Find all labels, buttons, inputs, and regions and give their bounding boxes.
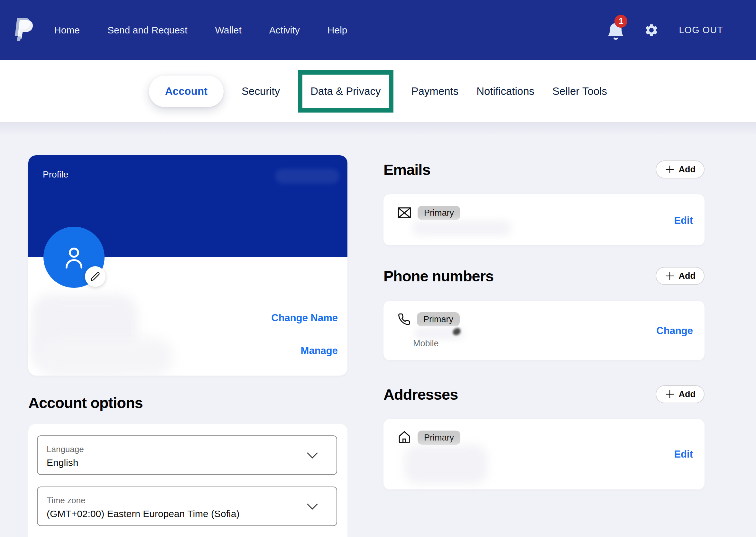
language-value: English bbox=[47, 457, 336, 468]
tab-data-privacy-highlight-box[interactable]: Data & Privacy bbox=[298, 70, 393, 112]
phone-card-row: Primary bbox=[383, 301, 704, 326]
phone-primary-badge: Primary bbox=[417, 312, 460, 326]
paypal-logo[interactable] bbox=[13, 17, 33, 43]
address-card: Primary Edit bbox=[383, 419, 704, 489]
timezone-select[interactable]: Time zone (GMT+02:00) Eastern European T… bbox=[37, 486, 337, 526]
add-phone-button[interactable]: Add bbox=[656, 267, 704, 285]
email-card: Primary Edit bbox=[383, 194, 704, 245]
phone-card: Primary Mobile Change bbox=[383, 301, 704, 360]
add-email-button[interactable]: Add bbox=[656, 160, 704, 179]
plus-icon bbox=[665, 164, 675, 175]
right-column: Emails Add Primary bbox=[383, 155, 704, 537]
plus-icon bbox=[665, 271, 675, 281]
language-select[interactable]: Language English bbox=[37, 435, 337, 475]
change-name-link[interactable]: Change Name bbox=[271, 312, 338, 324]
left-column: Profile Chang bbox=[28, 155, 347, 537]
chevron-down-icon bbox=[306, 451, 319, 459]
nav-item-home[interactable]: Home bbox=[54, 25, 80, 36]
nav-item-activity[interactable]: Activity bbox=[269, 25, 300, 36]
nav-item-send-and-request[interactable]: Send and Request bbox=[108, 25, 188, 36]
primary-nav: Home Send and Request Wallet Activity He… bbox=[54, 25, 347, 36]
envelope-icon bbox=[398, 207, 411, 219]
addresses-heading: Addresses bbox=[383, 386, 458, 403]
timezone-value: (GMT+02:00) Eastern European Time (Sofia… bbox=[47, 508, 336, 519]
settings-tab-bar: Account Security Data & Privacy Payments… bbox=[0, 60, 756, 122]
addresses-section-header: Addresses Add bbox=[383, 385, 704, 403]
gear-icon bbox=[644, 23, 659, 38]
redacted-email bbox=[412, 220, 511, 236]
phone-type-label: Mobile bbox=[413, 339, 439, 349]
logout-button[interactable]: LOG OUT bbox=[679, 25, 723, 35]
tab-account[interactable]: Account bbox=[149, 76, 224, 107]
redacted-account-type bbox=[275, 169, 339, 184]
edit-avatar-button[interactable] bbox=[85, 266, 106, 287]
emails-section-header: Emails Add bbox=[383, 160, 704, 179]
tab-notifications[interactable]: Notifications bbox=[476, 85, 534, 98]
nav-item-wallet[interactable]: Wallet bbox=[215, 25, 242, 36]
timezone-label: Time zone bbox=[47, 496, 336, 506]
chevron-down-icon bbox=[306, 503, 319, 510]
notification-count-badge: 1 bbox=[614, 15, 627, 28]
edit-email-link[interactable]: Edit bbox=[674, 215, 693, 227]
address-primary-badge: Primary bbox=[418, 431, 460, 445]
phone-icon bbox=[398, 313, 411, 326]
settings-button[interactable] bbox=[644, 23, 659, 38]
paypal-settings-page: Home Send and Request Wallet Activity He… bbox=[0, 0, 756, 537]
pencil-icon bbox=[90, 272, 100, 281]
user-icon bbox=[60, 243, 88, 271]
phones-heading: Phone numbers bbox=[383, 267, 494, 285]
redacted-name-line2 bbox=[38, 338, 173, 376]
notifications-button[interactable]: 1 bbox=[607, 21, 624, 40]
redacted-address bbox=[404, 445, 488, 484]
language-label: Language bbox=[47, 444, 336, 454]
emails-heading: Emails bbox=[383, 161, 430, 179]
paypal-logo-icon bbox=[13, 17, 33, 43]
plus-icon bbox=[665, 389, 675, 399]
address-card-row: Primary bbox=[383, 419, 704, 445]
tab-payments[interactable]: Payments bbox=[412, 85, 459, 98]
profile-title: Profile bbox=[43, 169, 68, 180]
nav-item-help[interactable]: Help bbox=[328, 25, 347, 36]
tab-account-label: Account bbox=[165, 85, 207, 97]
add-address-button[interactable]: Add bbox=[656, 385, 704, 403]
manage-link[interactable]: Manage bbox=[301, 345, 338, 356]
home-icon bbox=[398, 431, 411, 444]
profile-card: Profile Chang bbox=[28, 155, 347, 376]
account-options-heading: Account options bbox=[28, 394, 347, 412]
tab-security[interactable]: Security bbox=[242, 85, 280, 98]
email-primary-badge: Primary bbox=[418, 206, 460, 220]
phones-section-header: Phone numbers Add bbox=[383, 267, 704, 285]
tab-data-privacy-label: Data & Privacy bbox=[310, 85, 380, 97]
change-phone-link[interactable]: Change bbox=[656, 325, 693, 337]
email-card-row: Primary bbox=[383, 194, 704, 220]
top-navbar: Home Send and Request Wallet Activity He… bbox=[0, 0, 756, 60]
edit-address-link[interactable]: Edit bbox=[674, 449, 693, 460]
topnav-right: 1 LOG OUT bbox=[607, 21, 723, 40]
account-options-card: Language English Time zone (GMT+02:00) E… bbox=[28, 424, 347, 537]
tab-seller-tools[interactable]: Seller Tools bbox=[553, 85, 607, 98]
main-content: Profile Chang bbox=[0, 122, 756, 537]
